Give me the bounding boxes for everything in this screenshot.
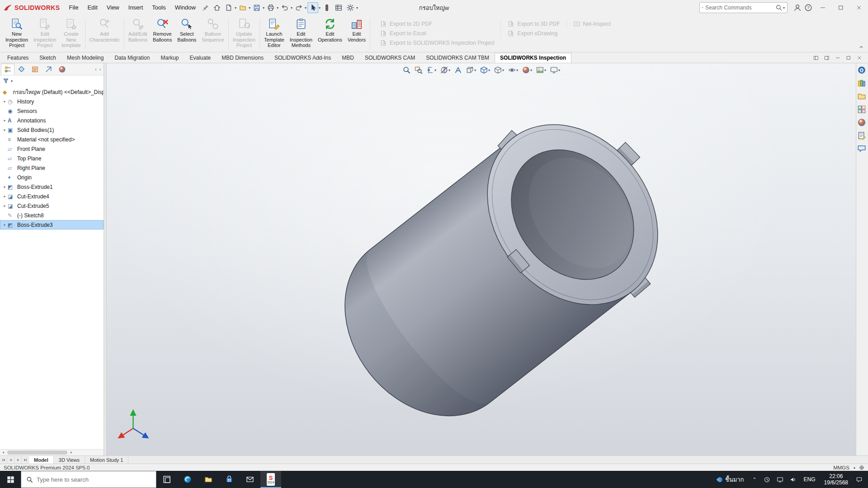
edit-inspection-methods-button[interactable]: EditInspectionMethods: [287, 17, 315, 51]
open-caret-icon[interactable]: ▾: [249, 6, 250, 10]
tree-item-cut-extrude4[interactable]: ▸◪Cut-Extrude4: [0, 192, 104, 201]
design-library-button[interactable]: [857, 79, 867, 89]
section-view-caret-icon[interactable]: ▾: [448, 68, 450, 72]
scroll-left-icon[interactable]: ‹: [95, 67, 96, 72]
new-caret-icon[interactable]: ▾: [235, 6, 236, 10]
store-taskbar-button[interactable]: [219, 471, 240, 488]
menu-window[interactable]: Window: [170, 0, 200, 15]
tab-features[interactable]: Features: [2, 53, 34, 63]
scroll-right-icon[interactable]: ›: [99, 67, 101, 72]
tab-sketch[interactable]: Sketch: [34, 53, 61, 63]
tree-item-boss-extrude3[interactable]: ▸◩Boss-Extrude3: [0, 220, 104, 230]
taskbar-search-input[interactable]: [37, 476, 151, 483]
apply-scene-caret-icon[interactable]: ▾: [544, 68, 546, 72]
3d-model-cylinder[interactable]: [107, 63, 856, 455]
tab-data-migration[interactable]: Data Migration: [109, 53, 155, 63]
doc-close-icon[interactable]: [854, 54, 864, 61]
display-style-caret-icon[interactable]: ▾: [502, 68, 504, 72]
file-explorer-button[interactable]: [857, 92, 867, 102]
tray-clock-app-icon[interactable]: [760, 471, 774, 488]
tab-mbd[interactable]: MBD: [336, 53, 359, 63]
undo-icon[interactable]: [279, 2, 290, 13]
section-view-button[interactable]: ▾: [439, 65, 452, 75]
units-selector[interactable]: MMGS: [833, 465, 849, 470]
solidworks-resources-button[interactable]: [857, 66, 867, 75]
configuration-manager-tab[interactable]: [28, 64, 42, 75]
volume-icon[interactable]: [787, 471, 800, 488]
new-inspection-project-button[interactable]: NewInspectionProject: [3, 17, 31, 51]
expand-arrow-icon[interactable]: ▸: [2, 118, 8, 122]
appearances-scenes-button[interactable]: [857, 118, 867, 128]
command-search[interactable]: ▾: [699, 2, 788, 13]
view-selector-button[interactable]: ▾: [464, 65, 477, 75]
collapse-ribbon-icon[interactable]: [857, 44, 865, 50]
window-minimize-button[interactable]: [814, 0, 832, 15]
undo-caret-icon[interactable]: ▾: [291, 6, 292, 10]
previous-view-button[interactable]: ▾: [425, 65, 438, 75]
tab-solidworks-cam[interactable]: SOLIDWORKS CAM: [359, 53, 420, 63]
units-caret-icon[interactable]: ▴: [854, 465, 855, 469]
user-account-icon[interactable]: [792, 2, 803, 13]
tree-root[interactable]: ◆กรอบใหญ่w (Default) <<Default>_Displ: [0, 87, 104, 97]
help-icon[interactable]: ?: [803, 2, 814, 13]
add-characteristic-button[interactable]: AddCharacteristic: [87, 17, 123, 51]
view-settings-button[interactable]: ▾: [548, 65, 561, 75]
menu-insert[interactable]: Insert: [124, 0, 148, 15]
tree-item-history[interactable]: ▸◷History: [0, 97, 104, 106]
expand-arrow-icon[interactable]: ▸: [2, 185, 8, 189]
task-view-taskbar-button[interactable]: [156, 471, 177, 488]
edge-taskbar-button[interactable]: [177, 471, 198, 488]
tab-solidworks-inspection[interactable]: SOLIDWORKS Inspection: [495, 53, 571, 63]
tree-item-boss-extrude1[interactable]: ▸◩Boss-Extrude1: [0, 182, 104, 192]
open-document-icon[interactable]: [237, 2, 248, 13]
tab-solidworks-add-ins[interactable]: SOLIDWORKS Add-Ins: [269, 53, 336, 63]
start-button[interactable]: [0, 471, 21, 488]
globe-icon[interactable]: [859, 465, 864, 470]
scrollbar-right-arrow-icon[interactable]: [68, 450, 75, 455]
edit-operations-button[interactable]: EditOperations: [315, 17, 345, 51]
zoom-to-area-button[interactable]: [413, 65, 424, 75]
display-style-button[interactable]: ▾: [492, 65, 505, 75]
export-to-2d-pdf-button[interactable]: Export to 2D PDF: [376, 19, 498, 28]
create-new-template-button[interactable]: CreateNewtemplate: [59, 17, 83, 51]
tab-mbd-dimensions[interactable]: MBD Dimensions: [216, 53, 269, 63]
split-pane-right-icon[interactable]: [822, 54, 832, 61]
edit-appearance-button[interactable]: ▾: [520, 65, 533, 75]
previous-view-caret-icon[interactable]: ▾: [434, 68, 436, 72]
zoom-to-fit-button[interactable]: [401, 65, 412, 75]
custom-properties-button[interactable]: [857, 131, 867, 141]
view-selector-caret-icon[interactable]: ▾: [474, 68, 476, 72]
weather-widget[interactable]: ชื้นมาก: [712, 471, 749, 488]
expand-arrow-icon[interactable]: ▸: [2, 223, 8, 227]
export-to-excel-button[interactable]: Export to Excel: [376, 28, 498, 38]
table-view-icon[interactable]: [333, 2, 344, 13]
export-to-solidworks-inspection-project-button[interactable]: Export to SOLIDWORKS Inspection Project: [376, 38, 498, 47]
hidden-icons-chevron[interactable]: ⌃: [749, 477, 760, 483]
tree-item-top-plane[interactable]: ▱Top Plane: [0, 154, 104, 163]
print-icon[interactable]: [265, 2, 276, 13]
split-pane-left-icon[interactable]: [811, 54, 821, 61]
expand-arrow-icon[interactable]: ▸: [2, 194, 8, 198]
last-tab-icon[interactable]: [22, 456, 29, 464]
window-maximize-button[interactable]: [832, 0, 850, 15]
tree-item-solid-bodies-1[interactable]: ▸▣Solid Bodies(1): [0, 125, 104, 135]
select-caret-icon[interactable]: ▾: [319, 6, 321, 10]
add-edit-balloons-button[interactable]: Add/EditBalloons: [126, 17, 150, 51]
tree-item-origin[interactable]: +Origin: [0, 173, 104, 182]
doc-minimize-icon[interactable]: [833, 54, 843, 61]
expand-arrow-icon[interactable]: ▸: [2, 99, 8, 103]
redo-icon[interactable]: [293, 2, 304, 13]
tree-item-right-plane[interactable]: ▱Right Plane: [0, 163, 104, 173]
launch-template-editor-button[interactable]: LaunchTemplateEditor: [261, 17, 287, 51]
doc-tab-3d-views[interactable]: 3D Views: [54, 456, 85, 464]
options-caret-icon[interactable]: ▾: [356, 6, 358, 10]
window-close-button[interactable]: [850, 0, 868, 15]
taskbar-clock[interactable]: 22:06 19/6/2568: [820, 471, 853, 488]
save-icon[interactable]: [251, 2, 262, 13]
tab-solidworks-cam-tbm[interactable]: SOLIDWORKS CAM TBM: [420, 53, 495, 63]
view-orientation-button[interactable]: ▾: [478, 65, 491, 75]
tray-display-icon[interactable]: [774, 471, 787, 488]
taskbar-search[interactable]: [21, 471, 156, 488]
dimxpert-manager-tab[interactable]: [42, 64, 55, 75]
apply-scene-button[interactable]: ▾: [534, 65, 547, 75]
